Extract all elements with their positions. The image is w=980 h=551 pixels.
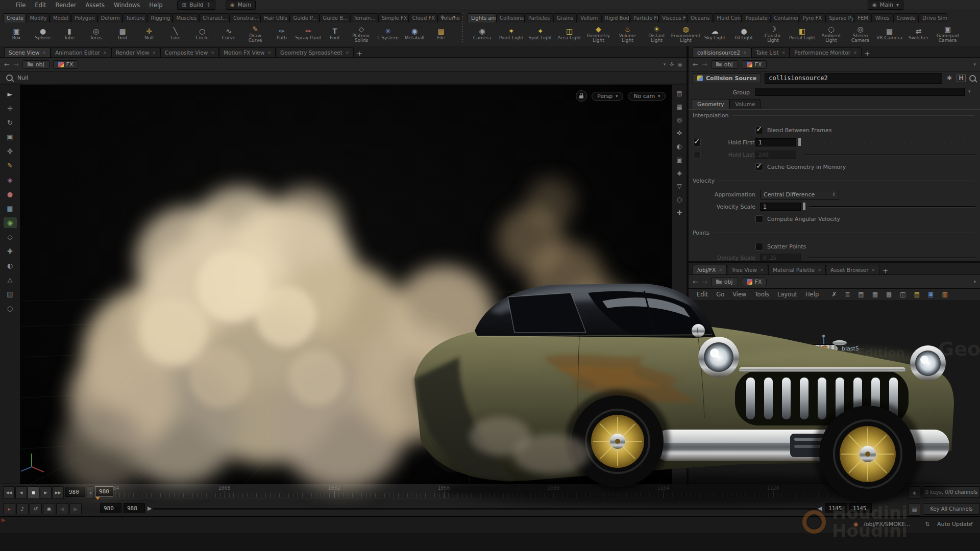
shelf-tool[interactable]: ♨ Volume Light (613, 26, 642, 43)
shelf-tool[interactable]: ◉ Metaball (401, 28, 428, 41)
viewport-tool-icon[interactable]: ✜ (4, 146, 17, 157)
close-tab-icon[interactable]: ✕ (103, 51, 107, 55)
menu-item[interactable]: Help (144, 2, 167, 9)
add-pane-tab-button[interactable]: + (354, 49, 365, 57)
angular-checkbox[interactable] (755, 215, 763, 223)
pane-tab[interactable]: Scene View ✕ (4, 47, 51, 57)
playback-option-icon[interactable]: ↺ (30, 503, 42, 514)
shelf-tab[interactable]: Particles (525, 13, 553, 22)
shelf-tool[interactable]: ✶ Point Light (497, 28, 526, 41)
viewport-3d[interactable] (0, 85, 687, 484)
shelf-tab[interactable]: Particle Fl... (630, 13, 658, 22)
pane-tab[interactable]: Geometry Spreadsheet ✕ (276, 47, 354, 57)
shelf-tab[interactable]: Collisions (496, 13, 525, 22)
tab-geometry[interactable]: Geometry (692, 99, 729, 109)
hold-first-field[interactable]: 1 (755, 138, 796, 146)
shelf-tool[interactable]: ◇ Platonic Solids (348, 26, 375, 43)
menu-item[interactable]: Windows (109, 2, 144, 9)
playback-option-icon[interactable]: ▸ (3, 503, 15, 514)
breadcrumb-obj[interactable]: obj (711, 60, 738, 69)
radial-menu-selector-right[interactable]: ◉ Main ▾ (868, 1, 903, 10)
menu-item[interactable]: Render (51, 2, 81, 9)
viewport-tool-icon[interactable]: ▣ (4, 132, 17, 142)
range-handle-left-icon[interactable]: ▶ (148, 505, 152, 512)
shelf-tool[interactable]: ● Sphere (30, 28, 56, 41)
transport-button[interactable]: ▶ (40, 486, 52, 499)
shelf-tool[interactable]: ◉ Camera (468, 28, 497, 41)
playback-start-field[interactable]: 988 (124, 503, 145, 513)
breadcrumb-obj[interactable]: obj (711, 278, 738, 286)
pane-tab[interactable]: Animation Editor ✕ (51, 47, 111, 57)
network-canvas[interactable]: Geometr al Edition blast5 not: 0-4 ert3 … (689, 301, 980, 484)
shelf-tab[interactable]: Rigid Bodies (601, 13, 630, 22)
menu-item[interactable]: Edit (30, 2, 51, 9)
shelf-tool[interactable]: ● GI Light (729, 28, 758, 41)
network-toolbar-icon[interactable]: ▩ (884, 291, 894, 298)
approximation-dropdown[interactable]: Central Difference ⇕ (760, 190, 839, 199)
viewport-tool-icon[interactable]: ▤ (4, 289, 17, 299)
hold-last-field[interactable]: 240 (755, 151, 796, 159)
shelf-tab[interactable]: Create (3, 13, 26, 22)
shelf-tool[interactable]: ◧ Portal Light (788, 28, 817, 41)
viewport-display-icon[interactable]: ○ (677, 196, 682, 203)
close-tab-icon[interactable]: ✕ (743, 51, 747, 55)
network-toolbar-icon[interactable]: ≣ (842, 291, 852, 298)
pane-tab[interactable]: Material Palette ✕ (768, 265, 826, 274)
viewport-tool-icon[interactable]: ↻ (4, 117, 17, 128)
hold-first-slider[interactable] (804, 142, 975, 143)
scatter-checkbox[interactable] (755, 243, 763, 251)
shelf-tab[interactable]: Hair Utils (260, 13, 289, 22)
shelf-tool[interactable]: ◎ Torus (83, 28, 109, 41)
pane-tab[interactable]: Take List ✕ (751, 47, 790, 57)
shelf-tool[interactable]: ◍ Environment Light (671, 26, 700, 43)
shelf-tool[interactable]: ◆ Geometry Light (584, 26, 613, 43)
shelf-tool[interactable]: ▣ Box (3, 28, 30, 41)
shelf-tool[interactable]: ✎ Draw Curve (242, 26, 268, 43)
network-toolbar-icon[interactable]: ▤ (855, 291, 866, 298)
pane-tab[interactable]: Performance Monitor ✕ (790, 47, 862, 57)
shelf-tool[interactable]: ▦ Grid (109, 28, 136, 41)
transport-button[interactable]: ◀ (15, 486, 27, 499)
auto-update-selector[interactable]: Auto Update (937, 521, 972, 528)
shelf-tab[interactable]: Charact... (199, 13, 230, 22)
status-node-path[interactable]: /obj/FX/SMOKE... (864, 521, 911, 528)
network-toolbar-icon[interactable]: ▥ (939, 291, 950, 298)
density-field[interactable]: 0.25 (760, 254, 801, 261)
node-type-chip[interactable]: Collision Source (693, 73, 761, 83)
shelf-tool[interactable]: ▮ Tube (56, 28, 83, 41)
close-tab-icon[interactable]: ✕ (152, 51, 156, 55)
viewport-tool-icon[interactable]: ▦ (4, 203, 17, 214)
shelf-tab[interactable]: Polygon (71, 13, 97, 22)
pane-tab[interactable]: Render View ✕ (111, 47, 160, 57)
back-icon[interactable]: ← (693, 279, 698, 285)
close-tab-icon[interactable]: ✕ (782, 51, 786, 55)
shelf-tab[interactable]: Texture (122, 13, 148, 22)
tab-volume[interactable]: Volume (729, 99, 761, 109)
breadcrumb-obj[interactable]: obj (22, 60, 50, 69)
network-menu-item[interactable]: Tools (751, 291, 773, 298)
viewport-tool-icon[interactable]: ◇ (4, 232, 17, 242)
path-dropdown-icon[interactable]: ▾ (973, 62, 976, 67)
pane-tab[interactable]: Tree View ✕ (727, 265, 768, 274)
menu-item[interactable]: File (11, 2, 30, 9)
viewport-tool-icon[interactable]: ◉ (4, 217, 17, 228)
shelf-tool[interactable]: T Font (322, 28, 348, 41)
key-all-channels-button[interactable]: Key All Channels (923, 503, 980, 515)
node-label[interactable]: blast5 (842, 345, 859, 352)
playback-option-icon[interactable]: ▶ (69, 503, 82, 514)
keyframe-options-icon[interactable]: ◈ (909, 486, 920, 499)
close-tab-icon[interactable]: ✕ (853, 51, 857, 55)
shelf-tab[interactable]: Vellum (577, 13, 601, 22)
shelf-tool[interactable]: ▣ Gamepad Camera (933, 26, 962, 43)
forward-icon[interactable]: → (702, 61, 707, 68)
node-blast5[interactable] (811, 345, 838, 353)
shelf-tool[interactable]: ✛ Null (136, 28, 162, 41)
range-handle-right-icon[interactable]: ◀ (818, 505, 822, 512)
update-spinner-icon[interactable]: ⇅ (925, 521, 929, 528)
viewport-tool-icon[interactable]: ● (4, 189, 17, 199)
network-toolbar-icon[interactable]: ✗ (829, 291, 839, 298)
network-menu-item[interactable]: View (728, 291, 750, 298)
viewport-tool-icon[interactable]: ◈ (4, 174, 17, 185)
forward-icon[interactable]: → (702, 279, 707, 285)
hold-last-slider[interactable] (804, 154, 975, 156)
